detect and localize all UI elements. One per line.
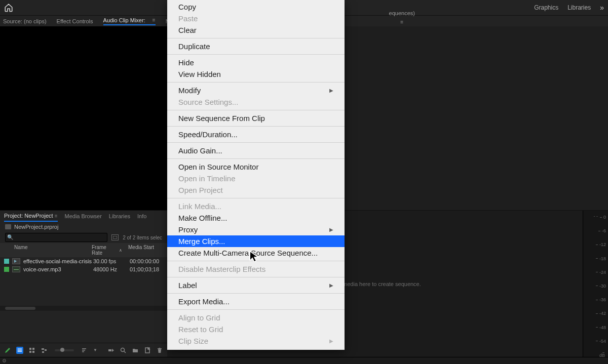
bin-icon — [5, 224, 11, 229]
list-view-icon[interactable] — [16, 347, 23, 354]
menu-separator — [167, 158, 345, 159]
meter-tick: -24 — [596, 270, 606, 275]
status-settings-icon[interactable]: ⚙ — [2, 358, 7, 363]
menu-item-label: Duplicate — [178, 42, 210, 51]
tab-info[interactable]: Info — [137, 213, 146, 221]
clip-media-start: 00:00:00:00 — [130, 258, 167, 264]
search-icon: 🔍 — [7, 234, 13, 240]
menu-item-label: Align to Grid — [178, 313, 220, 322]
menu-item-label: Hide — [178, 58, 194, 67]
tab-libraries[interactable]: Libraries — [109, 213, 130, 221]
tab-effect-controls[interactable]: Effect Controls — [57, 18, 93, 24]
menu-item-label: Make Offline... — [178, 214, 227, 222]
clip-media-start: 01;00;03;18 — [130, 266, 167, 272]
col-media-start[interactable]: Media Start — [125, 245, 167, 256]
menu-item-audio-gain[interactable]: Audio Gain... — [167, 145, 345, 156]
tab-audio-clip-mixer-label: Audio Clip Mixer: — [103, 17, 145, 23]
project-h-scrollbar[interactable] — [0, 306, 167, 311]
meter-tick: -36 — [596, 297, 606, 302]
svg-rect-13 — [32, 351, 34, 353]
col-frame-rate[interactable]: Frame Rate∧ — [89, 245, 125, 256]
project-row[interactable]: effective-social-media-crisis 30.00 fps … — [0, 257, 167, 265]
sort-ascending-icon: ∧ — [119, 248, 122, 253]
panel-menu-icon-2[interactable]: ≡ — [400, 19, 403, 25]
create-bin-from-search-icon[interactable] — [111, 234, 119, 240]
menu-item-label[interactable]: Label▶ — [167, 279, 345, 291]
menu-item-open-in-source-monitor[interactable]: Open in Source Monitor — [167, 161, 345, 173]
tab-media-browser[interactable]: Media Browser — [65, 213, 102, 221]
home-icon[interactable] — [4, 3, 13, 12]
panel-menu-icon-3[interactable]: ≡ — [55, 213, 58, 219]
new-bin-icon[interactable] — [132, 347, 139, 354]
panel-menu-icon[interactable]: ≡ — [153, 17, 156, 23]
menu-item-proxy[interactable]: Proxy▶ — [167, 224, 345, 235]
meter-tick: 0 — [596, 215, 606, 220]
menu-item-source-settings: Source Settings... — [167, 96, 345, 108]
submenu-arrow-icon: ▶ — [329, 227, 333, 232]
project-search-input[interactable] — [5, 233, 107, 242]
col-name[interactable]: Name — [0, 245, 89, 256]
svg-rect-20 — [108, 349, 111, 351]
menu-item-label: Create Multi-Camera Source Sequence... — [178, 249, 318, 257]
menu-item-label: Clip Size — [178, 337, 208, 345]
freeform-view-icon[interactable] — [41, 347, 48, 354]
project-panel: Project: NewProject ≡ Media Browser Libr… — [0, 210, 167, 357]
svg-point-21 — [121, 348, 125, 351]
svg-rect-9 — [18, 351, 22, 351]
trash-icon[interactable] — [156, 347, 163, 354]
menu-separator — [167, 126, 345, 127]
menu-item-clear[interactable]: Clear — [167, 24, 345, 36]
project-row[interactable]: voice-over.mp3 48000 Hz 01;00;03;18 — [0, 265, 167, 273]
tab-audio-clip-mixer[interactable]: Audio Clip Mixer: ≡ — [103, 17, 156, 25]
menu-item-disable-masterclip-effects: Disable Masterclip Effects — [167, 263, 345, 275]
submenu-arrow-icon: ▶ — [329, 338, 333, 344]
menu-separator — [167, 309, 345, 310]
find-icon[interactable] — [120, 347, 127, 354]
menu-item-paste: Paste — [167, 13, 345, 24]
menu-separator — [167, 82, 345, 83]
menu-item-label: View Hidden — [178, 70, 221, 78]
clip-framerate: 48000 Hz — [93, 266, 130, 272]
menu-item-export-media[interactable]: Export Media... — [167, 296, 345, 307]
svg-rect-7 — [18, 348, 22, 349]
menu-item-label: Open Project — [178, 186, 223, 194]
new-item-icon[interactable] — [144, 347, 151, 354]
audio-clip-icon — [12, 266, 20, 272]
tab-project[interactable]: Project: NewProject ≡ — [4, 213, 58, 222]
svg-rect-17 — [82, 348, 86, 349]
icon-view-icon[interactable] — [28, 347, 35, 354]
meter-tick: -6 — [596, 228, 606, 233]
sort-icon[interactable] — [81, 347, 88, 354]
meter-tick: -54 — [596, 339, 606, 344]
writable-indicator-icon[interactable] — [4, 347, 11, 354]
menu-item-duplicate[interactable]: Duplicate — [167, 41, 345, 52]
automate-to-sequence-icon[interactable] — [107, 347, 115, 354]
tab-sequences-partial[interactable]: equences) — [389, 10, 415, 16]
menu-item-view-hidden[interactable]: View Hidden — [167, 68, 345, 80]
menu-item-merge-clips[interactable]: Merge Clips... — [167, 235, 345, 247]
menu-separator — [167, 277, 345, 277]
menu-separator — [167, 142, 345, 143]
tab-source[interactable]: Source: (no clips) — [3, 18, 47, 24]
menu-item-speed-duration[interactable]: Speed/Duration... — [167, 129, 345, 140]
menu-item-label: Audio Gain... — [178, 146, 222, 155]
meter-tick: -48 — [596, 325, 606, 330]
svg-rect-15 — [45, 349, 47, 351]
menu-item-modify[interactable]: Modify▶ — [167, 85, 345, 96]
selection-status: 2 of 2 items selec — [123, 235, 162, 240]
menu-item-new-sequence-from-clip[interactable]: New Sequence From Clip — [167, 112, 345, 124]
menu-item-label: Paste — [178, 14, 198, 23]
menu-item-hide[interactable]: Hide — [167, 57, 345, 68]
menu-item-make-offline[interactable]: Make Offline... — [167, 212, 345, 224]
menu-item-label: Copy — [178, 3, 196, 11]
menu-item-label: Open in Source Monitor — [178, 163, 258, 171]
menu-item-label: Disable Masterclip Effects — [178, 265, 265, 273]
svg-rect-8 — [18, 350, 22, 350]
svg-rect-18 — [82, 350, 85, 351]
meter-tick: -30 — [596, 284, 606, 289]
menu-item-copy[interactable]: Copy — [167, 1, 345, 13]
chevron-down-icon[interactable]: ▼ — [93, 348, 97, 352]
menu-item-label: Proxy — [178, 225, 198, 234]
thumbnail-size-slider[interactable] — [55, 349, 74, 351]
menu-item-label: Open in Timeline — [178, 174, 236, 183]
